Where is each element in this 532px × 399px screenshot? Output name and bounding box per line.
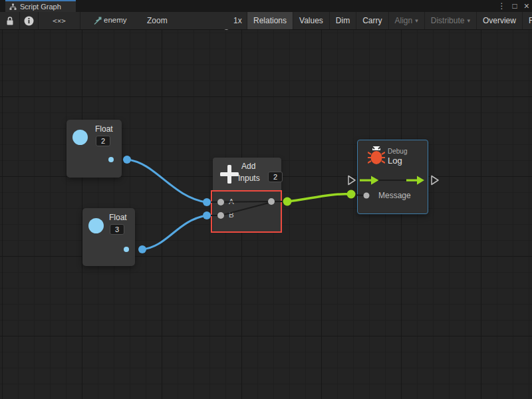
tab-title: Script Graph <box>20 3 61 11</box>
chevron-down-icon: ▾ <box>467 17 470 24</box>
toolbar-buttons: Relations Values Dim Carry Align▾ Distri… <box>247 12 532 29</box>
debug-log-node[interactable]: Debug Log Message <box>357 140 428 214</box>
script-graph-window: Script Graph ⋮ □ × <×> <box>0 0 532 399</box>
float-value-field[interactable]: 2 <box>96 136 110 146</box>
values-button[interactable]: Values <box>293 12 329 29</box>
graph-breadcrumb-icon-wrap <box>92 12 102 29</box>
graph-node-icon <box>93 17 102 25</box>
message-port-label: Message <box>378 191 411 200</box>
add-node-header[interactable]: Add Inputs 2 <box>213 158 281 191</box>
plus-icon <box>219 164 239 185</box>
info-icon <box>24 16 34 26</box>
float-value-field[interactable]: 3 <box>110 224 124 235</box>
distribute-button[interactable]: Distribute▾ <box>424 12 476 29</box>
bug-icon <box>368 146 385 166</box>
port-b-label: B <box>229 211 234 219</box>
info-button[interactable] <box>20 12 37 29</box>
toolbar: <×> enemy Zoom 1x Relations Values Dim C… <box>0 12 532 30</box>
add-node-body[interactable]: A B <box>213 191 281 233</box>
code-view-button[interactable]: <×> <box>39 12 80 29</box>
node-title: Float <box>95 124 113 134</box>
fullscreen-button[interactable]: Full Screen <box>522 12 532 29</box>
overview-button[interactable]: Overview <box>476 12 522 29</box>
node-title: Log <box>388 156 402 166</box>
align-button[interactable]: Align▾ <box>388 12 424 29</box>
zoom-value: 1x <box>233 16 242 25</box>
relations-button[interactable]: Relations <box>247 12 293 29</box>
graph-name-label[interactable]: enemy <box>104 16 127 24</box>
close-icon[interactable]: × <box>524 0 529 12</box>
node-title: Add <box>241 162 255 171</box>
chevron-down-icon: ▾ <box>415 17 418 24</box>
inputs-label: Inputs <box>238 174 260 183</box>
lock-button[interactable] <box>1 12 19 29</box>
title-bar: Script Graph ⋮ □ × <box>0 0 532 12</box>
graph-icon <box>9 3 17 11</box>
port-a-label: A <box>229 198 234 205</box>
dim-button[interactable]: Dim <box>329 12 356 29</box>
node-category: Debug <box>388 148 407 155</box>
code-icon: <×> <box>53 17 66 25</box>
node-title: Float <box>109 213 127 222</box>
float-node-2[interactable]: Float 3 <box>82 208 135 266</box>
inputs-count-field[interactable]: 2 <box>268 172 283 182</box>
float-node-1[interactable]: Float 2 <box>66 120 122 178</box>
tab-script-graph[interactable]: Script Graph <box>5 0 76 12</box>
float-value-port-icon[interactable] <box>88 218 104 233</box>
maximize-icon[interactable]: □ <box>513 0 517 12</box>
carry-button[interactable]: Carry <box>356 12 388 29</box>
float-value-port-icon[interactable] <box>72 130 88 145</box>
lock-icon <box>5 16 15 26</box>
window-menu-icon[interactable]: ⋮ <box>498 0 506 12</box>
zoom-label: Zoom <box>147 16 168 25</box>
